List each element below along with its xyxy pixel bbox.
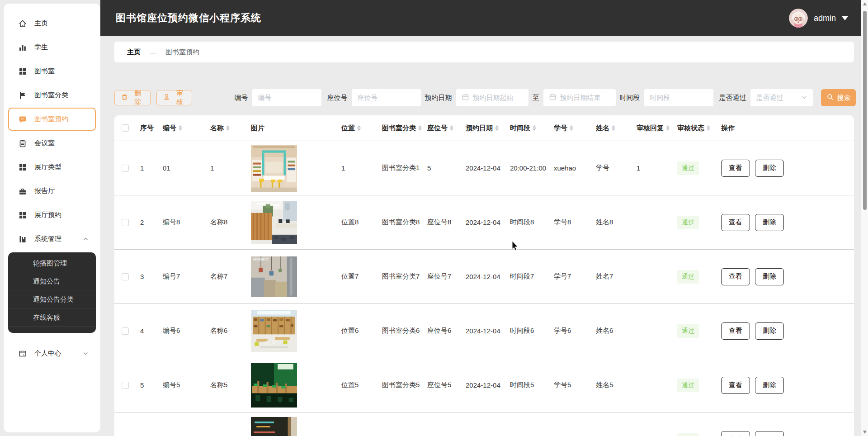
- column-header-status[interactable]: 审核状态: [673, 124, 717, 133]
- scroll-down-arrow-icon[interactable]: [863, 431, 867, 434]
- column-header-time[interactable]: 时间段: [505, 124, 549, 133]
- sidebar-item-library-category[interactable]: 图书室分类: [8, 84, 96, 107]
- time-cell: 时间段5: [505, 381, 549, 389]
- date-cell: 2024-12-04: [461, 164, 505, 172]
- search-button[interactable]: 搜索: [821, 89, 856, 106]
- column-header-check: [114, 124, 136, 132]
- column-header-date[interactable]: 预约日期: [461, 124, 505, 133]
- scroll-up-arrow-icon[interactable]: [863, 2, 867, 5]
- filter-date-date-start[interactable]: 预约日期起始: [456, 89, 528, 106]
- filter-input-time[interactable]: 时间段: [644, 89, 713, 106]
- delete-row-button[interactable]: 删除: [755, 377, 784, 394]
- cell-value: 学号6: [554, 327, 571, 335]
- row-checkbox[interactable]: [122, 219, 129, 226]
- location-cell: 位置8: [337, 218, 377, 227]
- row-checkbox[interactable]: [122, 273, 129, 280]
- student_no-cell: xuehao: [549, 164, 591, 172]
- column-label: 编号: [163, 124, 176, 133]
- delete-button-label: 删除: [132, 89, 144, 106]
- delete-button[interactable]: 删除: [114, 90, 151, 105]
- view-button[interactable]: 查看: [721, 160, 750, 177]
- delete-row-button[interactable]: 删除: [755, 214, 784, 231]
- clipboard-icon: [18, 139, 27, 148]
- actions-cell: 查看删除: [717, 160, 854, 177]
- sidebar-item-personal-center[interactable]: 个人中心: [8, 342, 96, 365]
- sidebar-item-hall-booking[interactable]: 展厅预约: [8, 204, 96, 227]
- row-checkbox[interactable]: [122, 382, 129, 389]
- row-checkbox[interactable]: [122, 165, 129, 172]
- view-button[interactable]: 查看: [721, 214, 750, 231]
- room-image[interactable]: [251, 417, 297, 436]
- cell-value: 3: [140, 273, 144, 280]
- room-image[interactable]: [251, 363, 297, 408]
- grid-icon: [18, 163, 27, 172]
- sidebar-item-hall-type[interactable]: 展厅类型: [8, 156, 96, 179]
- column-header-seat[interactable]: 座位号: [423, 124, 461, 133]
- scrollbar-thumb[interactable]: [863, 11, 867, 210]
- column-header-student_name[interactable]: 姓名: [591, 124, 632, 133]
- delete-row-button[interactable]: 删除: [755, 431, 784, 436]
- app-header: 图书馆座位预约微信小程序系统 admin: [100, 0, 861, 36]
- sidebar-item-lecture-hall[interactable]: 报告厅: [8, 180, 96, 203]
- breadcrumb-home[interactable]: 主页: [127, 48, 141, 57]
- column-label: 位置: [341, 124, 355, 133]
- column-header-reply[interactable]: 审核回复: [632, 124, 673, 133]
- table-row: 2编号8名称8位置8图书室分类8座位号82024-12-04时间段8学号8姓名8…: [114, 195, 854, 250]
- student_no-cell: 学号6: [549, 327, 591, 335]
- filter-label-date-end: 至: [532, 94, 539, 102]
- sidebar-item-library-room[interactable]: 图书室: [8, 60, 96, 83]
- code-cell: 编号7: [158, 272, 206, 281]
- sidebar-item-students[interactable]: 学生: [8, 36, 96, 59]
- sidebar-item-label: 图书室: [34, 67, 55, 76]
- img-cell: [246, 417, 337, 436]
- cell-value: 姓名5: [596, 381, 613, 389]
- delete-row-button[interactable]: 删除: [755, 160, 784, 177]
- row-checkbox[interactable]: [122, 327, 129, 335]
- cell-value: 名称5: [210, 381, 227, 389]
- home-icon: [18, 19, 27, 28]
- audit-button-label: 审核: [174, 89, 186, 106]
- column-label: 时间段: [510, 124, 530, 133]
- sidebar-item-meeting-room[interactable]: 会议室: [8, 132, 96, 155]
- sidebar-item-system-manage[interactable]: 系统管理: [8, 227, 96, 251]
- filter-input-seat[interactable]: 座位号: [352, 89, 421, 106]
- table-body: 10111图书室分类152024-12-0420:00-21:00xuehao学…: [114, 141, 854, 436]
- column-header-code[interactable]: 编号: [158, 124, 206, 133]
- num-cell: 1: [136, 164, 158, 172]
- column-header-location[interactable]: 位置: [337, 124, 377, 133]
- avatar[interactable]: [789, 9, 808, 28]
- column-header-category[interactable]: 图书室分类: [377, 124, 423, 133]
- scrollbar[interactable]: [861, 0, 868, 436]
- room-image[interactable]: [251, 145, 297, 192]
- sort-icon: [666, 125, 670, 131]
- view-button[interactable]: 查看: [721, 377, 750, 394]
- sidebar-subitem-notice[interactable]: 通知公告: [8, 272, 96, 290]
- room-image[interactable]: [251, 310, 297, 352]
- room-image[interactable]: ADANKO: [251, 256, 297, 297]
- sidebar-item-home[interactable]: 主页: [8, 12, 96, 35]
- filter-input-code[interactable]: 编号: [252, 89, 321, 106]
- audit-button[interactable]: 审核: [156, 90, 193, 105]
- sidebar-subitem-online-service[interactable]: 在线客服: [8, 308, 96, 327]
- select-placeholder: 是否通过: [756, 94, 783, 102]
- cell-value: 名称8: [210, 218, 227, 227]
- select-all-checkbox[interactable]: [122, 124, 129, 132]
- sort-icon: [418, 125, 422, 131]
- view-button[interactable]: 查看: [721, 268, 750, 285]
- column-label: 操作: [721, 124, 735, 133]
- room-image[interactable]: [251, 201, 297, 244]
- delete-row-button[interactable]: 删除: [755, 268, 784, 285]
- sidebar-subitem-banner-manage[interactable]: 轮播图管理: [8, 254, 96, 272]
- column-header-student_no[interactable]: 学号: [549, 124, 591, 133]
- filter-select-pass[interactable]: 是否通过: [750, 89, 813, 106]
- sidebar-item-label: 展厅类型: [34, 163, 61, 171]
- sidebar-item-library-booking[interactable]: 图书室预约: [8, 108, 96, 131]
- view-button[interactable]: 查看: [721, 431, 750, 436]
- user-menu[interactable]: admin: [789, 9, 848, 28]
- filter-date-date-end[interactable]: 预约日期结束: [543, 89, 616, 106]
- delete-row-button[interactable]: 删除: [755, 322, 784, 340]
- column-header-name[interactable]: 名称: [206, 124, 246, 133]
- view-button[interactable]: 查看: [721, 322, 750, 340]
- bar-chart-icon: [18, 43, 27, 52]
- sidebar-subitem-notice-category[interactable]: 通知公告分类: [8, 290, 96, 308]
